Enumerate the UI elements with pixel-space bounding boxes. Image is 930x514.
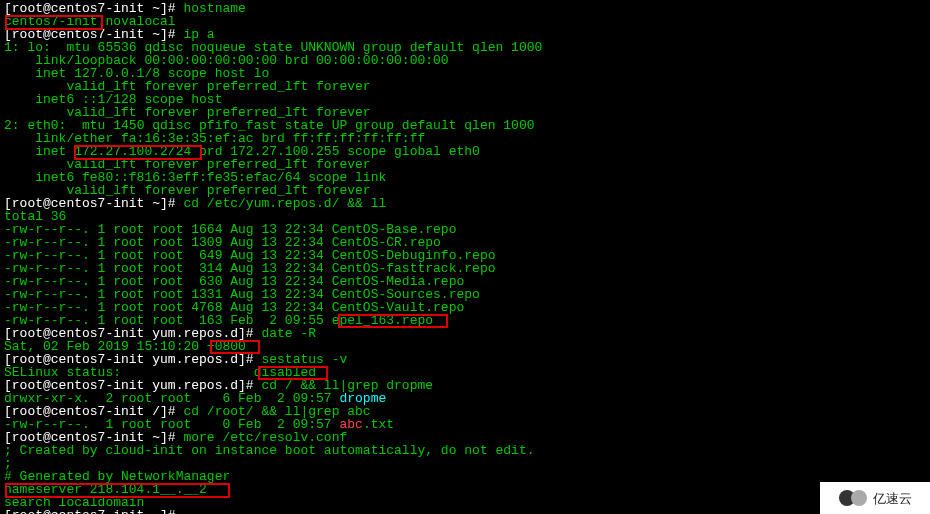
watermark-text: 亿速云 xyxy=(873,492,912,505)
watermark-logo: 亿速云 xyxy=(820,482,930,514)
terminal-output: [root@centos7-init ~]# hostname centos7-… xyxy=(0,0,930,514)
